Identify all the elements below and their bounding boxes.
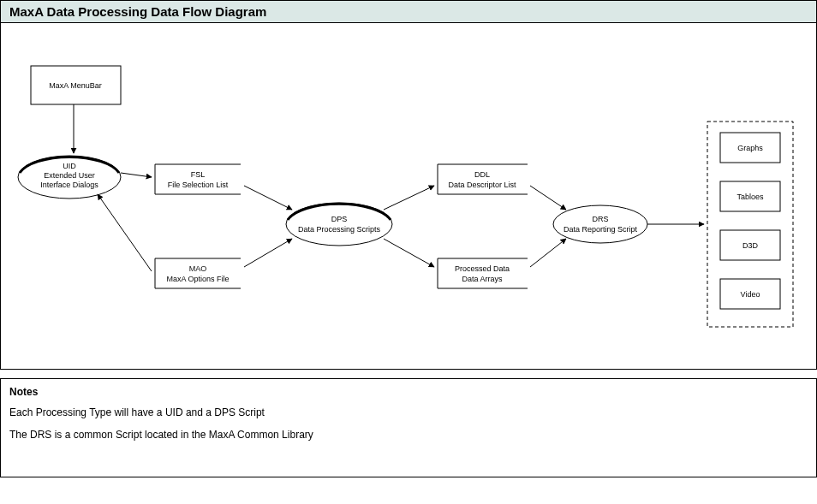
pda-label-1: Processed Data xyxy=(455,264,510,273)
page-title: MaxA Data Processing Data Flow Diagram xyxy=(9,4,266,19)
out3-label: D3D xyxy=(742,241,759,250)
node-mao: MAO MaxA Options File xyxy=(155,258,241,288)
node-ddl: DDL Data Descriptor List xyxy=(438,164,528,194)
notes-line-1: Each Processing Type will have a UID and… xyxy=(9,406,808,418)
notes-panel: Notes Each Processing Type will have a U… xyxy=(0,378,817,477)
svg-line-25 xyxy=(244,239,292,267)
svg-line-26 xyxy=(384,186,434,210)
node-uid: UID Extended User Interface Dialogs xyxy=(18,156,121,199)
drs-label-2: Data Reporting Script xyxy=(564,225,638,234)
node-drs: DRS Data Reporting Script xyxy=(553,205,647,243)
ddl-label-2: Data Descriptor List xyxy=(448,181,516,189)
svg-line-24 xyxy=(244,186,292,210)
notes-line-2: The DRS is a common Script located in th… xyxy=(9,429,808,441)
output-d3d: D3D xyxy=(720,230,780,260)
uid-label-2: Extended User xyxy=(44,171,95,180)
node-pda: Processed Data Data Arrays xyxy=(438,258,528,288)
svg-line-23 xyxy=(98,194,152,271)
output-tables: Tabloes xyxy=(720,181,780,211)
dps-label-1: DPS xyxy=(331,215,348,223)
dps-label-2: Data Processing Scripts xyxy=(298,225,381,234)
fsl-label-1: FSL xyxy=(191,170,206,179)
title-bar: MaxA Data Processing Data Flow Diagram xyxy=(0,0,817,23)
menubar-label: MaxA MenuBar xyxy=(49,81,102,90)
output-graphs: Graphs xyxy=(720,133,780,163)
outputs-group: Graphs Tabloes D3D Video xyxy=(707,122,793,327)
svg-point-15 xyxy=(553,205,647,243)
svg-line-27 xyxy=(384,239,434,267)
drs-label-1: DRS xyxy=(592,215,608,223)
mao-label-2: MaxA Options File xyxy=(166,275,229,283)
svg-line-29 xyxy=(530,239,566,267)
node-menubar: MaxA MenuBar xyxy=(31,66,121,104)
notes-heading: Notes xyxy=(9,386,808,398)
svg-line-22 xyxy=(121,173,152,177)
uid-label-3: Interface Dialogs xyxy=(40,181,98,189)
out2-label: Tabloes xyxy=(736,193,764,201)
flow-diagram: MaxA MenuBar UID Extended User Interface… xyxy=(1,23,816,370)
fsl-label-2: File Selection List xyxy=(168,181,229,189)
diagram-panel: MaxA MenuBar UID Extended User Interface… xyxy=(0,23,817,370)
output-video: Video xyxy=(720,279,780,309)
out1-label: Graphs xyxy=(737,144,763,152)
uid-label-1: UID xyxy=(63,162,76,170)
node-fsl: FSL File Selection List xyxy=(155,164,241,194)
node-dps: DPS Data Processing Scripts xyxy=(286,203,392,246)
svg-line-28 xyxy=(530,186,566,210)
mao-label-1: MAO xyxy=(189,264,207,273)
pda-label-2: Data Arrays xyxy=(462,275,503,283)
out4-label: Video xyxy=(741,290,760,299)
ddl-label-1: DDL xyxy=(474,170,490,179)
